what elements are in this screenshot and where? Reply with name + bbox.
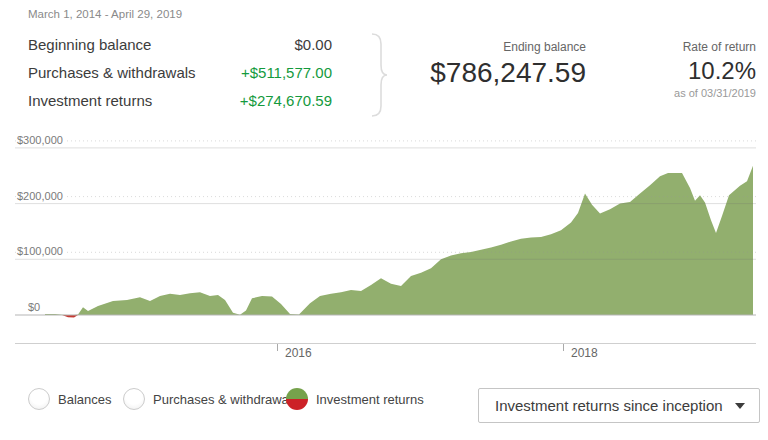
legend-item-balances[interactable]: Balances — [28, 388, 111, 410]
y-axis-label: $100,000 — [17, 245, 67, 257]
x-axis-line — [15, 343, 756, 344]
chevron-down-icon — [735, 403, 745, 409]
chart-plot — [15, 140, 756, 322]
radio-purchases-withdrawals[interactable] — [123, 388, 145, 410]
y-axis-label: $300,000 — [17, 134, 67, 146]
x-axis-label: 2018 — [571, 346, 598, 360]
performance-panel: March 1, 2014 - April 29, 2019 Beginning… — [0, 0, 768, 440]
x-axis-tick — [277, 343, 278, 351]
x-axis-label: 2016 — [285, 346, 312, 360]
radio-balances[interactable] — [28, 388, 50, 410]
performance-chart[interactable]: $100,000$200,000$300,000$020162018 — [0, 0, 768, 440]
legend-label-purchases-withdrawals[interactable]: Purchases & withdrawals — [153, 392, 298, 407]
y-axis-label: $200,000 — [17, 190, 67, 202]
legend-item-purchases-withdrawals[interactable]: Purchases & withdrawals — [123, 388, 298, 410]
y-axis-label: $0 — [28, 301, 44, 313]
chart-view-dropdown[interactable]: Investment returns since inception — [478, 388, 760, 423]
legend-label-investment-returns[interactable]: Investment returns — [316, 392, 424, 407]
legend-item-investment-returns[interactable]: Investment returns — [286, 388, 424, 410]
dropdown-selected-value: Investment returns since inception — [495, 397, 735, 414]
legend-label-balances[interactable]: Balances — [58, 392, 111, 407]
x-axis-tick — [563, 343, 564, 351]
investment-returns-selected-icon[interactable] — [286, 388, 308, 410]
